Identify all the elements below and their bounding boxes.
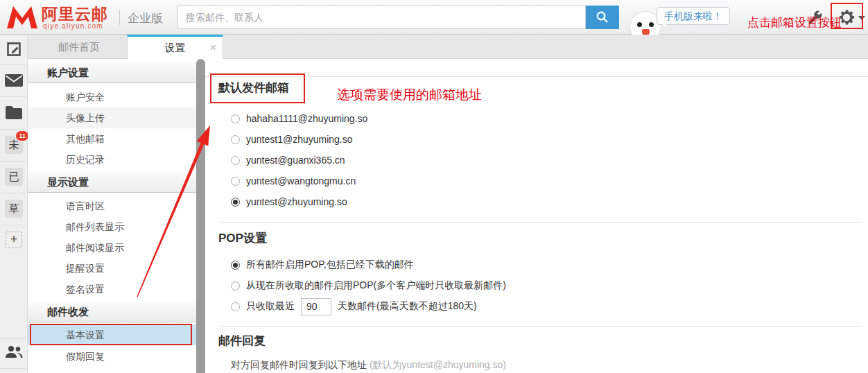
menu-item-language-timezone[interactable]: 语言时区 xyxy=(28,196,196,216)
search-icon xyxy=(596,10,609,24)
rail-divider xyxy=(0,64,26,65)
draft-mail-label: 草 xyxy=(5,200,23,218)
sender-option-label[interactable]: yuntest1@zhuyuming.so xyxy=(246,134,353,145)
sender-option-row-selected[interactable]: yuntest@zhuyuming.so xyxy=(231,191,861,212)
pop-days-prefix: 只收取最近 xyxy=(246,300,295,313)
gear-icon[interactable] xyxy=(837,8,856,27)
mobile-version-label: 手机版来啦！ xyxy=(664,10,722,21)
tab-settings[interactable]: 设置 × xyxy=(127,35,223,59)
folder-icon xyxy=(5,105,23,119)
pop-option-row-days[interactable]: 只收取最近 天数邮件(最高天数不超过180天) xyxy=(231,296,861,317)
sender-option-row[interactable]: yuntest1@zhuyuming.so xyxy=(231,129,861,150)
reply-address-text: 对方回复邮件时回复到以下地址 xyxy=(231,359,370,370)
mobile-version-bubble[interactable]: 手机版来啦！ xyxy=(657,7,730,25)
sender-option-label[interactable]: hahaha1111@zhuyuming.so xyxy=(246,113,367,124)
menu-item-basic-settings[interactable]: 基本设置 xyxy=(28,324,196,345)
sender-option-row[interactable]: hahaha1111@zhuyuming.so xyxy=(231,108,861,129)
menu-scrollbar[interactable] xyxy=(196,59,205,373)
radio-unchecked-icon[interactable] xyxy=(231,135,240,144)
radio-unchecked-icon[interactable] xyxy=(231,177,240,186)
chevron-down-icon[interactable] xyxy=(858,16,865,20)
search-input[interactable] xyxy=(177,6,586,29)
rail-divider xyxy=(0,129,26,130)
section-title-pop: POP设置 xyxy=(218,228,267,249)
wrench-icon[interactable] xyxy=(806,9,823,26)
menu-item-account-security[interactable]: 账户安全 xyxy=(28,87,196,107)
contacts-button[interactable] xyxy=(0,345,28,358)
add-folder-button[interactable]: + xyxy=(0,232,28,248)
pop-option-label[interactable]: 所有邮件启用POP,包括已经下载的邮件 xyxy=(246,259,414,271)
section-divider xyxy=(218,222,861,223)
sender-option-label[interactable]: yuntest@guanxi365.cn xyxy=(246,155,345,166)
radio-checked-icon[interactable] xyxy=(231,261,240,270)
section-divider xyxy=(205,76,868,77)
menu-item-vacation-reply[interactable]: 假期回复 xyxy=(28,346,196,367)
unread-mail-label: 未 11 xyxy=(5,136,23,154)
tab-bar: 邮件首页 设置 × xyxy=(28,35,868,59)
pop-days-suffix: 天数邮件(最高天数不超过180天) xyxy=(338,300,477,313)
radio-unchecked-icon[interactable] xyxy=(231,156,240,165)
menu-item-signature[interactable]: 签名设置 xyxy=(28,279,196,300)
settings-menu: 账户设置 账户安全 头像上传 其他邮箱 历史记录 显示设置 语言时区 邮件列表显… xyxy=(28,59,196,373)
pop-option-row-selected[interactable]: 所有邮件启用POP,包括已经下载的邮件 xyxy=(231,254,861,275)
rail-divider xyxy=(0,368,26,369)
avatar-eye xyxy=(637,22,642,27)
radio-unchecked-icon[interactable] xyxy=(231,114,240,123)
bubble-tail xyxy=(661,24,666,28)
settings-content: 默认发件邮箱 hahaha1111@zhuyuming.so yuntest1@… xyxy=(205,59,868,373)
header: 阿里云邮 qiye.aliyun.com 企业版 手机版来啦！ xyxy=(0,0,868,35)
menu-item-other-mailbox[interactable]: 其他邮箱 xyxy=(28,128,196,149)
brand-logo-icon xyxy=(6,5,39,30)
menu-item-reminder[interactable]: 提醒设置 xyxy=(28,258,196,279)
menu-item-avatar-upload[interactable]: 头像上传 xyxy=(28,107,196,128)
rail-divider xyxy=(0,338,26,339)
unread-mail-button[interactable]: 未 11 xyxy=(0,136,28,154)
sender-option-label[interactable]: yuntest@zhuyuming.so xyxy=(246,196,347,207)
menu-item-reading-display[interactable]: 邮件阅读显示 xyxy=(28,237,196,258)
sender-option-row[interactable]: yuntest@wangtongmu.cn xyxy=(231,171,861,191)
folders-button[interactable] xyxy=(0,105,28,119)
envelope-icon xyxy=(5,74,23,87)
brand-separator xyxy=(119,10,120,25)
menu-item-list-display[interactable]: 邮件列表显示 xyxy=(28,216,196,237)
radio-checked-icon[interactable] xyxy=(231,198,240,207)
sent-mail-label: 已 xyxy=(5,168,23,186)
tab-settings-label: 设置 xyxy=(165,42,186,53)
radio-unchecked-icon[interactable] xyxy=(231,281,240,290)
tab-mail-home[interactable]: 邮件首页 xyxy=(31,35,127,59)
menu-item-history[interactable]: 历史记录 xyxy=(28,149,196,170)
rail-divider xyxy=(0,161,26,162)
avatar-eye xyxy=(649,22,654,27)
section-title-default-sender: 默认发件邮箱 xyxy=(218,78,289,98)
section-divider xyxy=(218,326,861,327)
left-icon-rail: 未 11 已 草 + xyxy=(0,35,28,373)
draft-mail-button[interactable]: 草 xyxy=(0,200,28,218)
search-button[interactable] xyxy=(586,6,619,29)
section-title-reply: 邮件回复 xyxy=(218,331,266,352)
pop-option-label[interactable]: 从现在所收取的邮件启用POP(多个客户端时只收取最新邮件) xyxy=(246,279,506,292)
rail-divider xyxy=(0,225,26,225)
contacts-icon xyxy=(5,345,23,358)
brand-domain: qiye.aliyun.com xyxy=(43,22,103,30)
rail-divider xyxy=(0,96,26,97)
pop-option-row[interactable]: 从现在所收取的邮件启用POP(多个客户端时只收取最新邮件) xyxy=(231,275,861,296)
compose-button[interactable] xyxy=(0,41,28,58)
sender-option-row[interactable]: yuntest@guanxi365.cn xyxy=(231,150,861,171)
reply-address-default-hint: (默认为yuntest@zhuyuming.so) xyxy=(370,359,506,370)
inbox-button[interactable] xyxy=(0,74,28,87)
sender-option-label[interactable]: yuntest@wangtongmu.cn xyxy=(246,175,356,186)
close-icon[interactable]: × xyxy=(210,37,216,58)
edition-label: 企业版 xyxy=(128,10,163,26)
rail-divider xyxy=(0,193,26,193)
compose-icon xyxy=(6,41,22,58)
plus-icon: + xyxy=(6,232,22,248)
pop-days-input[interactable] xyxy=(301,298,331,315)
sent-mail-button[interactable]: 已 xyxy=(0,168,28,186)
radio-unchecked-icon[interactable] xyxy=(231,302,240,311)
reply-address-line: 对方回复邮件时回复到以下地址 (默认为yuntest@zhuyuming.so) xyxy=(231,359,506,372)
